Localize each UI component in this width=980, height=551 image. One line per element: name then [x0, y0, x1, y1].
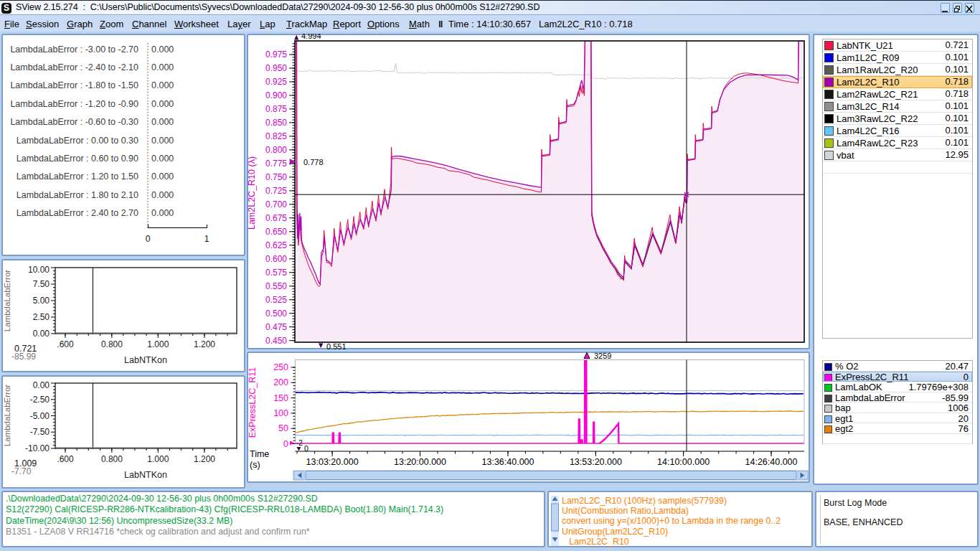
svg-text:13:53:20.000: 13:53:20.000: [570, 457, 622, 467]
svg-text:0.925: 0.925: [265, 77, 287, 87]
svg-text:LambdaLabError : -3.00 to -2.7: LambdaLabError : -3.00 to -2.70: [10, 44, 138, 55]
svg-text:0.778: 0.778: [303, 158, 324, 166]
svg-text:0.950: 0.950: [265, 63, 287, 73]
svg-text:0.550: 0.550: [265, 281, 287, 291]
svg-text:7.50: 7.50: [33, 279, 50, 289]
svg-text:100: 100: [273, 408, 288, 418]
svg-text:.600: .600: [57, 339, 74, 349]
svg-text:14:26:40.000: 14:26:40.000: [745, 457, 798, 467]
svg-text:LambdaLabError : 1.20 to 1.50: LambdaLabError : 1.20 to 1.50: [17, 171, 138, 182]
svg-text:0.000: 0.000: [151, 171, 174, 182]
svg-text:13:36:40.000: 13:36:40.000: [482, 457, 534, 467]
svg-text:14:10:00.000: 14:10:00.000: [657, 457, 710, 467]
svg-text:0.800: 0.800: [101, 454, 123, 464]
svg-text:ExPressL2C_R11: ExPressL2C_R11: [248, 367, 258, 438]
svg-text:0.825: 0.825: [265, 131, 287, 141]
svg-text:1.000: 1.000: [147, 454, 169, 464]
svg-text:LambdaLabError : 2.40 to 2.70: LambdaLabError : 2.40 to 2.70: [17, 208, 138, 218]
svg-text:0.000: 0.000: [151, 190, 174, 200]
svg-text:2.50: 2.50: [33, 312, 50, 322]
svg-text:-5.00: -5.00: [30, 411, 50, 421]
svg-text:0: 0: [304, 444, 308, 453]
svg-text:4.994: 4.994: [301, 34, 321, 40]
svg-text:0.00: 0.00: [33, 329, 50, 339]
svg-text:0.525: 0.525: [265, 295, 287, 305]
svg-text:150: 150: [273, 393, 288, 403]
svg-text:-10.00: -10.00: [25, 443, 50, 453]
svg-text:(s): (s): [250, 460, 260, 470]
svg-text:LambdaLabError : -0.60 to -0.3: LambdaLabError : -0.60 to -0.30: [10, 117, 138, 127]
svg-text:LambdaLabError : 0.60 to 0.90: LambdaLabError : 0.60 to 0.90: [17, 154, 138, 164]
svg-text:13:20:00.000: 13:20:00.000: [394, 457, 446, 467]
svg-text:LambdaLabError : 1.80 to 2.10: LambdaLabError : 1.80 to 2.10: [17, 190, 138, 200]
svg-text:0: 0: [283, 439, 288, 449]
svg-text:0.625: 0.625: [265, 240, 287, 250]
svg-text:200: 200: [273, 377, 288, 387]
svg-text:0.000: 0.000: [151, 136, 174, 146]
svg-text:0.551: 0.551: [326, 342, 347, 349]
svg-text:0.900: 0.900: [265, 90, 287, 100]
svg-text:LambdaLabError : -2.40 to -2.1: LambdaLabError : -2.40 to -2.10: [10, 62, 138, 72]
svg-text:0.700: 0.700: [265, 199, 287, 209]
svg-text:0.000: 0.000: [151, 99, 174, 109]
svg-text:50: 50: [278, 423, 288, 433]
svg-text:10.00: 10.00: [28, 265, 50, 275]
svg-text:0.500: 0.500: [265, 309, 287, 319]
svg-text:0.675: 0.675: [265, 213, 287, 223]
svg-text:0.800: 0.800: [265, 145, 287, 155]
svg-text:0.00: 0.00: [33, 380, 50, 390]
svg-text:5.00: 5.00: [33, 296, 50, 306]
svg-text:0: 0: [146, 234, 151, 244]
svg-text:1.000: 1.000: [147, 339, 169, 349]
svg-text:1.200: 1.200: [194, 339, 215, 349]
svg-text:0.000: 0.000: [151, 208, 174, 218]
svg-text:Lam2L2C_R10 (λ): Lam2L2C_R10 (λ): [247, 156, 257, 230]
svg-text:0.000: 0.000: [151, 44, 174, 55]
svg-text:0.575: 0.575: [265, 268, 287, 278]
svg-text:LambdaLabError : -1.80 to -1.5: LambdaLabError : -1.80 to -1.50: [10, 80, 138, 90]
svg-text:-2.50: -2.50: [30, 395, 50, 405]
svg-text:.600: .600: [57, 454, 74, 464]
svg-text:-7.50: -7.50: [30, 427, 50, 437]
svg-text:LambdaLabError : 0.00 to 0.30: LambdaLabError : 0.00 to 0.30: [17, 136, 138, 146]
svg-text:0.450: 0.450: [265, 336, 287, 346]
svg-text:13:03:20.000: 13:03:20.000: [306, 457, 359, 467]
svg-text:0.875: 0.875: [265, 104, 287, 114]
svg-text:Time: Time: [250, 449, 269, 459]
svg-text:0.750: 0.750: [265, 172, 287, 182]
svg-text:0.650: 0.650: [265, 227, 287, 237]
svg-text:LabNTKon: LabNTKon: [124, 470, 167, 480]
svg-text:-7.70: -7.70: [11, 466, 32, 476]
svg-text:0.000: 0.000: [151, 117, 174, 127]
svg-text:-2: -2: [296, 439, 303, 447]
svg-text:0.475: 0.475: [265, 322, 287, 332]
svg-text:0.600: 0.600: [265, 254, 287, 264]
svg-text:LabNTKon: LabNTKon: [124, 355, 167, 365]
svg-text:0.775: 0.775: [265, 159, 287, 169]
svg-text:0.000: 0.000: [151, 62, 174, 72]
svg-text:0.725: 0.725: [265, 186, 287, 196]
svg-text:250: 250: [273, 362, 288, 372]
svg-text:0.800: 0.800: [101, 339, 123, 349]
svg-text:1: 1: [204, 234, 209, 244]
svg-text:LambdaLabError: LambdaLabError: [3, 385, 11, 446]
svg-text:0.975: 0.975: [265, 50, 287, 60]
svg-text:LambdaLabError : -1.20 to -0.9: LambdaLabError : -1.20 to -0.90: [10, 99, 138, 109]
svg-text:3259: 3259: [594, 352, 611, 360]
svg-text:LambdaLabError: LambdaLabError: [3, 270, 11, 331]
svg-text:-85.99: -85.99: [11, 352, 36, 362]
svg-text:1.200: 1.200: [194, 454, 215, 464]
svg-text:0.000: 0.000: [151, 80, 174, 90]
svg-text:0.850: 0.850: [265, 118, 287, 128]
svg-text:0.000: 0.000: [151, 154, 174, 164]
